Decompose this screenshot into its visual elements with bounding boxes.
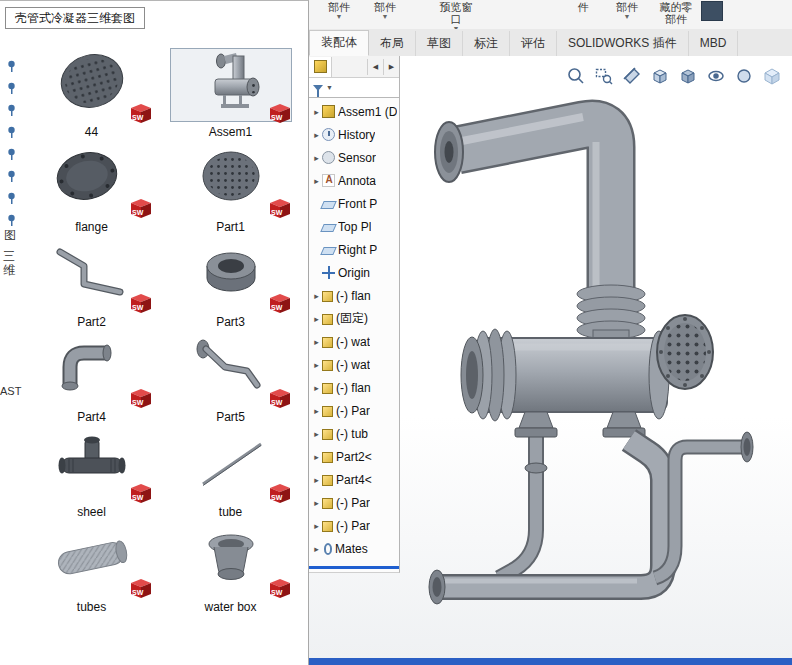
file-item-part5[interactable]: SW Part5 <box>161 330 300 425</box>
tree-item[interactable]: (-) Par <box>309 514 399 537</box>
mates-icon <box>324 543 332 555</box>
assembly-icon <box>322 105 335 118</box>
pushpin-icon[interactable] <box>6 147 18 160</box>
explorer-title-tab[interactable]: 壳管式冷凝器三维套图 <box>5 7 145 29</box>
expand-arrow-icon[interactable] <box>311 498 322 508</box>
file-item-part1[interactable]: SW Part1 <box>161 140 300 235</box>
file-item-tubes[interactable]: SW tubes <box>22 520 161 615</box>
pushpin-icon[interactable] <box>6 169 18 182</box>
tree-item-mates[interactable]: Mates <box>309 537 399 560</box>
file-item-part4[interactable]: SW Part4 <box>22 330 161 425</box>
tab-sketch[interactable]: 草图 <box>416 31 463 56</box>
file-name: Part4 <box>77 410 106 424</box>
filter-funnel-icon <box>313 85 323 91</box>
solidworks-file-icon: SW <box>266 290 293 315</box>
expand-arrow-icon[interactable] <box>311 544 322 554</box>
plane-icon <box>320 247 337 255</box>
file-item-sheel[interactable]: SW sheel <box>22 425 161 520</box>
3d-model-condenser-assembly[interactable] <box>387 80 791 625</box>
tree-item-assembly[interactable]: Assem1 (D <box>309 100 399 123</box>
application-window: 壳管式冷凝器三维套图 图 三维 AST SW 44 <box>0 0 792 665</box>
expand-arrow-icon[interactable] <box>311 107 322 117</box>
tab-solidworks-addins[interactable]: SOLIDWORKS 插件 <box>557 31 689 56</box>
pushpin-icon[interactable] <box>6 213 18 226</box>
tree-item-right-plane[interactable]: Right P <box>309 238 399 261</box>
expand-arrow-icon[interactable] <box>311 337 322 347</box>
pushpin-icon[interactable] <box>6 125 18 138</box>
tab-mbd[interactable]: MBD <box>689 31 739 56</box>
expand-arrow-icon[interactable] <box>311 314 322 324</box>
ribbon-button[interactable]: 部件▼ <box>609 1 645 21</box>
file-item-tube[interactable]: SW tube <box>161 425 300 520</box>
file-name: Part1 <box>216 220 245 234</box>
tree-item[interactable]: (固定) <box>309 307 399 330</box>
pushpin-icon[interactable] <box>6 191 18 204</box>
tree-item-top-plane[interactable]: Top Pl <box>309 215 399 238</box>
solidworks-file-icon: SW <box>127 480 154 505</box>
expand-arrow-icon[interactable] <box>311 291 322 301</box>
file-item-assem1[interactable]: SW Assem1 <box>161 45 300 140</box>
ribbon-button[interactable]: 件 <box>571 1 595 13</box>
featuremanager-tree-tab[interactable] <box>309 57 332 77</box>
panel-next-button[interactable]: ▶ <box>383 59 399 75</box>
file-name: Part2 <box>77 315 106 329</box>
ribbon-button[interactable]: 部件▼ <box>321 1 357 21</box>
hide-components-icon[interactable] <box>701 1 723 21</box>
tree-filter[interactable]: ▼ <box>309 78 399 98</box>
side-tab[interactable]: 图 <box>4 227 16 244</box>
ribbon-button[interactable]: 部件▼ <box>367 1 403 21</box>
tree-item[interactable]: (-) Par <box>309 399 399 422</box>
tree-item-sensors[interactable]: Sensor <box>309 146 399 169</box>
tree-item-front-plane[interactable]: Front P <box>309 192 399 215</box>
expand-arrow-icon[interactable] <box>311 452 322 462</box>
file-item-water-box[interactable]: SW water box <box>161 520 300 615</box>
file-name: 44 <box>85 125 98 139</box>
pushpin-icon[interactable] <box>6 59 18 72</box>
tab-assembly[interactable]: 装配体 <box>309 30 369 56</box>
side-tab[interactable]: AST <box>0 385 21 397</box>
expand-arrow-icon[interactable] <box>311 130 322 140</box>
file-item-44[interactable]: SW 44 <box>22 45 161 140</box>
svg-text:SW: SW <box>271 494 283 501</box>
tree-item[interactable]: (-) wat <box>309 330 399 353</box>
tree-item[interactable]: (-) flan <box>309 376 399 399</box>
tree-item[interactable]: (-) tub <box>309 422 399 445</box>
expand-arrow-icon[interactable] <box>311 521 322 531</box>
expand-arrow-icon[interactable] <box>311 176 322 186</box>
pushpin-icon[interactable] <box>6 81 18 94</box>
expand-arrow-icon[interactable] <box>311 360 322 370</box>
tree-item-annotations[interactable]: Annota <box>309 169 399 192</box>
solidworks-file-icon: SW <box>266 575 293 600</box>
annotations-icon <box>322 174 335 187</box>
dropdown-arrow-icon: ▼ <box>321 13 357 21</box>
expand-arrow-icon[interactable] <box>311 429 322 439</box>
expand-arrow-icon[interactable] <box>311 475 322 485</box>
expand-arrow-icon[interactable] <box>311 383 322 393</box>
ribbon-button[interactable]: 藏的零部件 <box>655 1 697 25</box>
svg-text:SW: SW <box>132 399 144 406</box>
pushpin-icon[interactable] <box>6 103 18 116</box>
part-icon <box>322 429 333 440</box>
tab-evaluate[interactable]: 评估 <box>510 31 557 56</box>
tree-item[interactable]: (-) Par <box>309 491 399 514</box>
file-item-flange[interactable]: SW flange <box>22 140 161 235</box>
tab-layout[interactable]: 布局 <box>369 31 416 56</box>
graphics-area[interactable]: ◀ ▶ ▼ Assem1 (D History Sensor Annota Fr… <box>309 56 792 658</box>
tree-item-history[interactable]: History <box>309 123 399 146</box>
panel-prev-button[interactable]: ◀ <box>367 59 383 75</box>
solidworks-file-icon: SW <box>127 575 154 600</box>
solidworks-file-icon: SW <box>127 195 154 220</box>
tree-item[interactable]: (-) flan <box>309 284 399 307</box>
tree-item[interactable]: (-) wat <box>309 353 399 376</box>
tab-markup[interactable]: 标注 <box>463 31 510 56</box>
part-icon <box>322 498 333 509</box>
tree-item-origin[interactable]: Origin <box>309 261 399 284</box>
rollback-bar[interactable] <box>309 566 399 569</box>
tree-item[interactable]: Part2< <box>309 445 399 468</box>
file-item-part2[interactable]: SW Part2 <box>22 235 161 330</box>
side-tab[interactable]: 三维 <box>3 249 16 277</box>
file-item-part3[interactable]: SW Part3 <box>161 235 300 330</box>
tree-item[interactable]: Part4< <box>309 468 399 491</box>
expand-arrow-icon[interactable] <box>311 153 322 163</box>
expand-arrow-icon[interactable] <box>311 406 322 416</box>
